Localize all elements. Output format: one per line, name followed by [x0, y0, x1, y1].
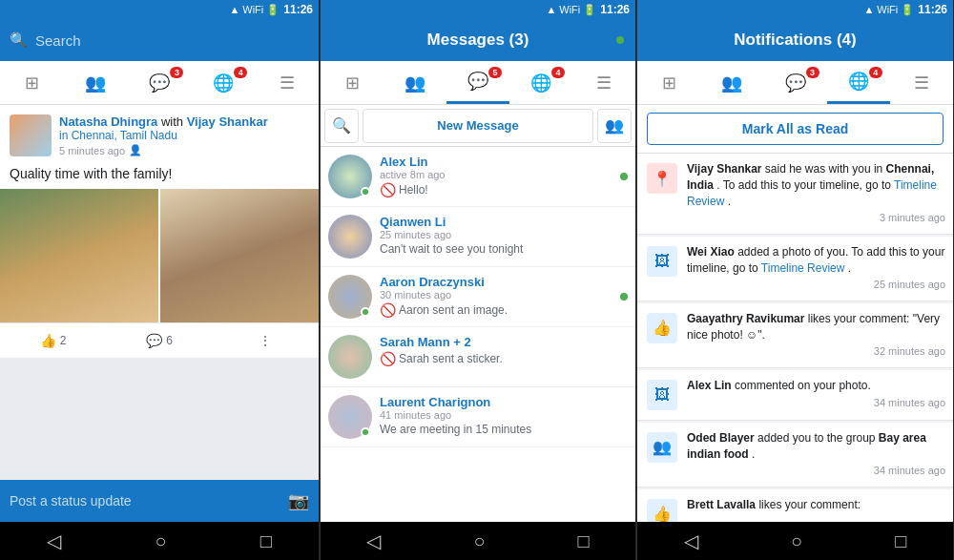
nav-home[interactable]: ⊞: [0, 61, 64, 104]
home-button-left[interactable]: ○: [155, 530, 166, 552]
notif-alex-comment-icon: 🖼: [647, 380, 677, 410]
notif-item-brett[interactable]: 👍 Brett Lavalla likes your comment:: [637, 489, 953, 522]
post-image-right-fill: [160, 189, 319, 322]
notif-wei-icon-wrap: 🖼: [645, 244, 679, 279]
message-item-sarah[interactable]: Sarah Mann + 2 🚫 Sarah sent a sticker.: [321, 327, 635, 387]
message-item-alex[interactable]: Alex Lin active 8m ago 🚫 Hello!: [321, 147, 635, 207]
notif-wei-link[interactable]: Timeline Review: [761, 261, 845, 275]
aaron-online-indicator: [361, 307, 370, 317]
notif-brett-like-icon: 👍: [647, 499, 677, 522]
notif-item-gaay[interactable]: 👍 Gaayathry Ravikumar likes your comment…: [637, 303, 953, 368]
notif-vijay-icon-wrap: 📍: [645, 161, 679, 196]
notif-vijay-location-icon: 📍: [647, 163, 677, 194]
location-text[interactable]: Chennai, Tamil Nadu: [72, 129, 177, 142]
msg-group-icon[interactable]: 👥: [597, 109, 632, 143]
msg-search-icon[interactable]: 🔍: [324, 109, 359, 143]
search-bar: 🔍 Search: [0, 19, 319, 61]
status-bar-left: ▲ WiFi 🔋 11:26: [0, 0, 319, 19]
notif-item-oded[interactable]: 👥 Oded Blayer added you to the group Bay…: [637, 423, 953, 487]
post-time: 5 minutes ago 👤: [59, 144, 309, 156]
mid-menu-icon: ☰: [596, 73, 612, 93]
friends-icon: 👥: [85, 73, 106, 93]
recent-button-left[interactable]: □: [260, 530, 272, 552]
laurent-preview-text: We are meeting in 15 minutes: [380, 423, 531, 436]
feed-content: Natasha Dhingra with Vijay Shankar in Ch…: [0, 105, 319, 480]
nav-messages[interactable]: 💬 3: [128, 61, 192, 104]
post-meta: Natasha Dhingra with Vijay Shankar in Ch…: [59, 114, 309, 156]
notif-wei-photo-icon: 🖼: [647, 246, 677, 277]
nav-friends[interactable]: 👥: [64, 61, 128, 104]
laurent-time: 41 minutes ago: [380, 409, 628, 421]
right-nav-home[interactable]: ⊞: [637, 61, 700, 104]
alex-online-indicator: [361, 187, 370, 197]
wifi-icon-mid: WiFi: [559, 4, 580, 15]
notif-item-wei[interactable]: 🖼 Wei Xiao added a photo of you. To add …: [637, 237, 953, 301]
notifications-list: 📍 Vijay Shankar said he was with you in …: [637, 154, 953, 522]
right-nav-menu[interactable]: ☰: [890, 61, 953, 104]
messages-title: Messages (3): [427, 31, 529, 50]
mid-nav-messages[interactable]: 💬 5: [446, 61, 509, 104]
status-update-placeholder[interactable]: Post a status update: [10, 493, 280, 508]
mid-nav-menu[interactable]: ☰: [572, 61, 635, 104]
notif-oded-body: added you to the group: [757, 431, 879, 445]
globe-icon: 🌐: [213, 73, 234, 93]
qian-name: Qianwen Li: [380, 215, 628, 229]
sarah-name: Sarah Mann + 2: [380, 335, 628, 349]
nav-notifications[interactable]: 🌐 4: [191, 61, 255, 104]
time-right: 11:26: [918, 3, 947, 16]
wifi-icon-right: WiFi: [877, 4, 898, 15]
more-icon: ⋮: [259, 333, 272, 348]
message-item-aaron[interactable]: Aaron Draczynski 30 minutes ago 🚫 Aaron …: [321, 267, 635, 327]
mid-nav-friends[interactable]: 👥: [384, 61, 446, 104]
wifi-icon: WiFi: [242, 4, 263, 15]
notif-gaay-name: Gaayathry Ravikumar: [687, 312, 804, 325]
home-button-mid[interactable]: ○: [473, 530, 485, 552]
sarah-preview: 🚫 Sarah sent a sticker.: [380, 351, 628, 366]
right-nav-messages[interactable]: 💬 3: [763, 61, 826, 104]
notif-alex-icon-wrap: 🖼: [645, 378, 679, 412]
mid-nav-notifications[interactable]: 🌐 4: [509, 61, 572, 104]
notif-gaay-like-icon: 👍: [647, 313, 677, 343]
right-nav-notifications[interactable]: 🌐 4: [827, 61, 890, 104]
comment-button[interactable]: 💬 6: [106, 329, 212, 352]
laurent-avatar: [328, 395, 372, 439]
notif-brett-body: likes your comment:: [758, 498, 861, 511]
alex-time: active 8m ago: [380, 169, 628, 180]
notif-vijay-time: 3 minutes ago: [687, 211, 945, 225]
notif-gaay-icon-wrap: 👍: [645, 311, 679, 345]
nav-menu[interactable]: ☰: [255, 61, 319, 104]
more-button[interactable]: ⋮: [213, 329, 319, 352]
message-item-qian[interactable]: Qianwen Li 25 minutes ago Can't wait to …: [321, 207, 635, 267]
right-nav-friends[interactable]: 👥: [700, 61, 763, 104]
mid-friends-icon: 👥: [404, 73, 425, 93]
right-friends-icon: 👥: [721, 73, 742, 93]
mark-all-read-button[interactable]: Mark All as Read: [647, 113, 944, 145]
poster-name-text[interactable]: Natasha Dhingra: [59, 114, 157, 129]
tagged-name[interactable]: Vijay Shankar: [187, 114, 268, 129]
notif-oded-text: Oded Blayer added you to the group Bay a…: [687, 430, 945, 479]
recent-button-mid[interactable]: □: [577, 530, 589, 552]
notif-oded-icon-wrap: 👥: [645, 430, 679, 465]
camera-icon[interactable]: 📷: [288, 490, 309, 511]
back-button-right[interactable]: ◁: [684, 529, 698, 552]
notif-gaay-text: Gaayathry Ravikumar likes your comment: …: [687, 311, 945, 360]
time-left: 11:26: [283, 3, 313, 16]
back-button-mid[interactable]: ◁: [366, 529, 381, 552]
laurent-preview: We are meeting in 15 minutes: [380, 423, 628, 436]
home-button-right[interactable]: ○: [791, 530, 802, 552]
like-count: 2: [60, 334, 67, 347]
back-button-left[interactable]: ◁: [47, 529, 61, 552]
mid-nav-home[interactable]: ⊞: [321, 61, 384, 104]
right-home-icon: ⊞: [662, 73, 676, 93]
aaron-name: Aaron Draczynski: [380, 275, 628, 289]
notif-item-alex[interactable]: 🖼 Alex Lin commented on your photo. 34 m…: [637, 370, 953, 421]
message-item-laurent[interactable]: Laurent Charignon 41 minutes ago We are …: [321, 387, 635, 447]
new-message-button[interactable]: New Message: [363, 109, 593, 143]
search-placeholder[interactable]: Search: [35, 32, 81, 49]
notif-item-vijay[interactable]: 📍 Vijay Shankar said he was with you in …: [637, 154, 953, 235]
time-mid: 11:26: [600, 3, 630, 16]
recent-button-right[interactable]: □: [895, 530, 906, 552]
like-button[interactable]: 👍 2: [0, 329, 106, 352]
post-actions: 👍 2 💬 6 ⋮: [0, 322, 319, 358]
notifications-badge: 4: [234, 67, 247, 78]
